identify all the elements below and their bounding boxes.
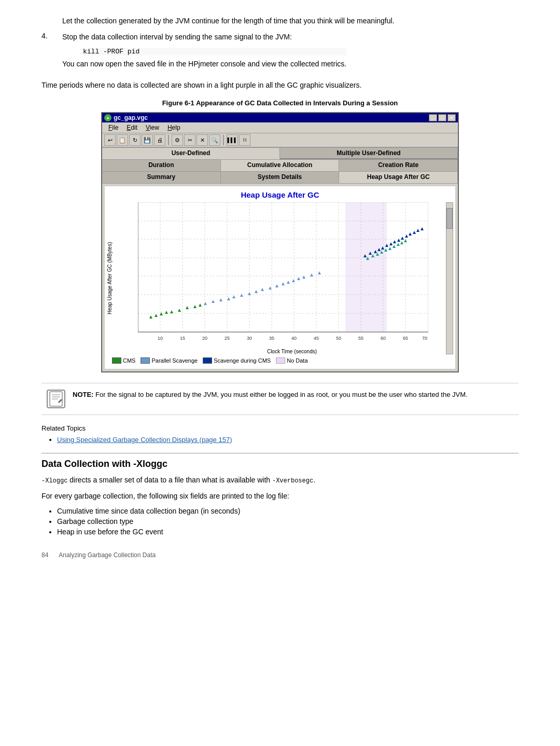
toolbar-chart-buttons: ▌▌▌ ⌇⌇ [227, 134, 250, 146]
tab-heap-usage[interactable]: Heap Usage After GC [339, 172, 458, 183]
related-link-1[interactable]: Using Specialized Garbage Collection Dis… [57, 436, 232, 444]
toolbar-save[interactable]: 💾 [142, 134, 153, 146]
intro-para1: Let the collection generated by the JVM … [62, 16, 519, 26]
legend-nodata-label: No Data [287, 357, 307, 364]
gc-intro-para: Time periods where no data is collected … [41, 80, 519, 91]
tab-duration[interactable]: Duration [102, 160, 221, 171]
toolbar-undo[interactable]: ↩ [104, 134, 116, 146]
figure-caption: Figure 6-1 Appearance of GC Data Collect… [41, 99, 519, 107]
section-heading: Data Collection with -Xloggc [41, 453, 519, 469]
window-titlebar: ● gc_gap.vgc _ □ × [102, 113, 458, 122]
svg-text:25: 25 [225, 336, 230, 341]
section-code2: -Xverbosegc [272, 477, 313, 485]
tab-row-2: Duration Cumulative Allocation Creation … [102, 160, 458, 172]
bullet-1: Cumulative time since data collection be… [57, 507, 519, 515]
chart-scrollbar[interactable] [446, 202, 453, 354]
related-topics: Related Topics Using Specialized Garbage… [41, 424, 519, 444]
legend-parallel-label: Parallel Scavenge [151, 357, 198, 364]
svg-text:65: 65 [403, 336, 408, 341]
svg-rect-1 [345, 202, 387, 332]
step4-after: You can now open the saved file in the H… [62, 59, 346, 70]
window-title: gc_gap.vgc [114, 114, 148, 121]
chart-svg: 5 10 15 20 25 30 35 10 15 20 25 30 35 [138, 202, 428, 348]
maximize-button[interactable]: □ [438, 114, 446, 121]
menubar: File Edit View Help [102, 122, 458, 133]
toolbar-linechart[interactable]: ⌇⌇ [239, 134, 250, 146]
tab-creation-rate[interactable]: Creation Rate [339, 160, 458, 171]
section-bullets: Cumulative time since data collection be… [57, 507, 519, 536]
legend-scavenge-cms-label: Scavenge during CMS [214, 357, 271, 364]
section-para1: -Xloggc directs a smaller set of data to… [41, 475, 519, 486]
legend-parallel: Parallel Scavenge [141, 357, 198, 364]
legend-parallel-box [141, 357, 150, 364]
svg-text:45: 45 [314, 336, 319, 341]
svg-text:60: 60 [381, 336, 386, 341]
toolbar-action1[interactable]: ⚙ [172, 134, 183, 146]
toolbar-action2[interactable]: ✂ [184, 134, 195, 146]
legend-scavenge-cms-box [203, 357, 212, 364]
svg-text:20: 20 [202, 336, 207, 341]
app-window: ● gc_gap.vgc _ □ × File Edit View Help ↩… [101, 112, 459, 372]
chart-plot: 5 10 15 20 25 30 35 10 15 20 25 30 35 [138, 202, 446, 354]
toolbar-action3[interactable]: ✕ [197, 134, 208, 146]
svg-text:55: 55 [358, 336, 363, 341]
legend-cms-box [112, 357, 121, 364]
tab-multiple-user-defined[interactable]: Multiple User-Defined [280, 148, 458, 159]
toolbar-barchart[interactable]: ▌▌▌ [227, 134, 238, 146]
tab-row-1: User-Defined Multiple User-Defined [102, 148, 458, 160]
section-para1-end: . [313, 476, 315, 484]
menu-help[interactable]: Help [163, 123, 185, 132]
legend-scavenge-cms: Scavenge during CMS [203, 357, 271, 364]
chart-ylabel: Heap Usage After GC (MBytes) [107, 202, 138, 354]
tab-system-details[interactable]: System Details [221, 172, 340, 183]
svg-text:15: 15 [180, 336, 185, 341]
tab-summary[interactable]: Summary [102, 172, 221, 183]
note-text: For the signal to be captured by the JVM… [95, 391, 468, 398]
svg-text:35: 35 [269, 336, 274, 341]
note-label: NOTE: [73, 391, 93, 398]
toolbar-copy[interactable]: 📋 [117, 134, 128, 146]
section-code1: -Xloggc [41, 477, 67, 485]
step4-text: Stop the data collection interval by sen… [62, 32, 346, 43]
footer-text: Analyzing Garbage Collection Data [59, 551, 156, 559]
svg-text:40: 40 [291, 336, 297, 341]
bullet-3: Heap in use before the GC event [57, 528, 519, 536]
menu-view[interactable]: View [142, 123, 163, 132]
svg-text:30: 30 [247, 336, 252, 341]
note-box: NOTE: For the signal to be captured by t… [41, 383, 519, 415]
note-content: NOTE: For the signal to be captured by t… [73, 390, 468, 400]
toolbar-separator2 [223, 135, 224, 145]
chart-xlabel: Clock Time (seconds) [138, 349, 446, 354]
tab-user-defined[interactable]: User-Defined [102, 148, 280, 159]
svg-text:70: 70 [422, 336, 427, 341]
toolbar-print[interactable]: 🖨 [154, 134, 165, 146]
step-number: 4. [41, 32, 57, 75]
legend-cms-label: CMS [123, 357, 135, 364]
note-icon [47, 390, 65, 408]
note-svg [48, 391, 64, 407]
tab-cumulative-allocation[interactable]: Cumulative Allocation [221, 160, 340, 171]
menu-edit[interactable]: Edit [122, 123, 142, 132]
toolbar: ↩ 📋 ↻ 💾 🖨 ⚙ ✂ ✕ 🔍 ▌▌▌ ⌇⌇ [102, 133, 458, 148]
related-topics-title: Related Topics [41, 424, 519, 432]
section-para2: For every garbage collection, the follow… [41, 491, 519, 502]
scrollbar-thumb[interactable] [446, 208, 453, 229]
chart-title: Heap Usage After GC [107, 190, 453, 199]
section-para1-text: directs a smaller set of data to a file … [67, 476, 272, 484]
app-icon: ● [104, 114, 111, 121]
legend-nodata: No Data [276, 357, 307, 364]
chart-legend: CMS Parallel Scavenge Scavenge during CM… [107, 354, 453, 367]
toolbar-search[interactable]: 🔍 [209, 134, 220, 146]
toolbar-separator [168, 135, 169, 145]
legend-cms: CMS [112, 357, 135, 364]
legend-nodata-box [276, 357, 285, 364]
close-button[interactable]: × [447, 114, 456, 121]
svg-text:50: 50 [336, 336, 341, 341]
tab-row-3: Summary System Details Heap Usage After … [102, 172, 458, 184]
minimize-button[interactable]: _ [429, 114, 437, 121]
page-number: 84 [41, 551, 48, 559]
toolbar-refresh[interactable]: ↻ [129, 134, 141, 146]
menu-file[interactable]: File [104, 123, 122, 132]
svg-text:10: 10 [158, 336, 163, 341]
chart-area: Heap Usage After GC Heap Usage After GC … [104, 186, 456, 369]
